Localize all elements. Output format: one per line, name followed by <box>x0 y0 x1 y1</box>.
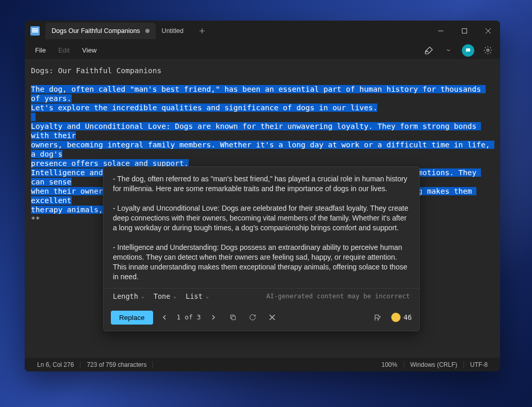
zoom-level[interactable]: 100% <box>375 361 404 368</box>
next-suggestion-button[interactable] <box>206 310 221 325</box>
ai-paragraph: - Loyalty and Unconditional Love: Dogs a… <box>113 204 410 233</box>
close-button[interactable] <box>476 21 500 41</box>
tab-title: Untitled <box>162 27 184 35</box>
menubar: File Edit View <box>25 41 500 60</box>
credits-value: 46 <box>404 313 412 322</box>
feedback-button[interactable] <box>371 310 385 325</box>
char-count: 723 of 759 characters <box>80 361 153 368</box>
tone-dropdown[interactable]: Tone ⌄ <box>154 292 177 301</box>
tab-title: Dogs Our Faithful Companions <box>52 27 140 35</box>
ai-actions-row: Replace 1 of 3 <box>104 306 419 331</box>
menu-file[interactable]: File <box>29 44 52 56</box>
selected-text: The dog, often called "man's best friend… <box>31 85 486 103</box>
regenerate-button[interactable] <box>245 310 260 325</box>
ai-rewrite-popup: - The dog, often referred to as "man's b… <box>103 166 420 331</box>
ai-paragraph: - Intelligence and Understanding: Dogs p… <box>113 243 410 282</box>
copilot-button[interactable] <box>460 42 476 59</box>
ai-options-row: Length ⌄ Tone ⌄ List ⌄ AI-generated cont… <box>104 288 419 306</box>
tabs: Dogs Our Faithful Companions Untitled <box>45 23 429 39</box>
svg-rect-0 <box>462 29 467 33</box>
new-tab-button[interactable] <box>194 23 210 39</box>
menu-edit[interactable]: Edit <box>52 44 76 56</box>
chevron-down-icon: ⌄ <box>206 292 209 301</box>
prev-suggestion-button[interactable] <box>157 310 172 325</box>
svg-point-1 <box>487 49 489 51</box>
encoding[interactable]: UTF-8 <box>464 361 494 368</box>
line-ending[interactable]: Windows (CRLF) <box>404 361 464 368</box>
copy-button[interactable] <box>226 310 240 325</box>
chevron-down-icon: ⌄ <box>141 292 144 301</box>
app-icon <box>25 26 45 36</box>
doc-title: Dogs: Our Faithful Companions <box>31 66 494 75</box>
ai-suggestion-content: - The dog, often referred to as "man's b… <box>104 167 419 288</box>
maximize-button[interactable] <box>453 21 476 41</box>
close-popup-button[interactable] <box>265 310 279 325</box>
titlebar: Dogs Our Faithful Companions Untitled <box>25 21 500 41</box>
minimize-button[interactable] <box>429 21 453 41</box>
tab-inactive[interactable]: Untitled <box>156 23 190 39</box>
length-dropdown[interactable]: Length ⌄ <box>113 292 144 301</box>
ai-rewrite-button[interactable] <box>421 42 437 59</box>
notepad-icon <box>30 26 40 36</box>
svg-rect-2 <box>231 316 235 320</box>
editor-area[interactable]: Dogs: Our Faithful Companions The dog, o… <box>25 60 500 357</box>
chevron-down-icon: ⌄ <box>173 292 176 301</box>
tab-active[interactable]: Dogs Our Faithful Companions <box>45 23 156 39</box>
selected-text: Let's explore the incredible qualities a… <box>31 104 377 112</box>
notepad-window: Dogs Our Faithful Companions Untitled Fi… <box>25 21 500 371</box>
coin-icon <box>391 313 401 322</box>
menu-view[interactable]: View <box>76 44 103 56</box>
replace-button[interactable]: Replace <box>111 311 153 325</box>
ai-paragraph: - The dog, often referred to as "man's b… <box>113 174 410 194</box>
statusbar: Ln 6, Col 276 723 of 759 characters 100%… <box>25 357 500 371</box>
window-controls <box>429 21 500 41</box>
ai-dropdown-button[interactable] <box>440 42 457 59</box>
suggestion-page-indicator: 1 of 3 <box>177 313 201 322</box>
selected-text: owners, becoming integral family members… <box>31 141 494 158</box>
selected-text: Loyalty and Unconditional Love: Dogs are… <box>31 122 481 140</box>
list-dropdown[interactable]: List ⌄ <box>186 292 209 301</box>
cursor-position: Ln 6, Col 276 <box>31 361 80 368</box>
settings-button[interactable] <box>479 42 496 59</box>
ai-disclaimer: AI-generated content may be incorrect <box>267 292 410 301</box>
credits-display: 46 <box>391 313 412 322</box>
modified-dot-icon <box>145 29 149 33</box>
